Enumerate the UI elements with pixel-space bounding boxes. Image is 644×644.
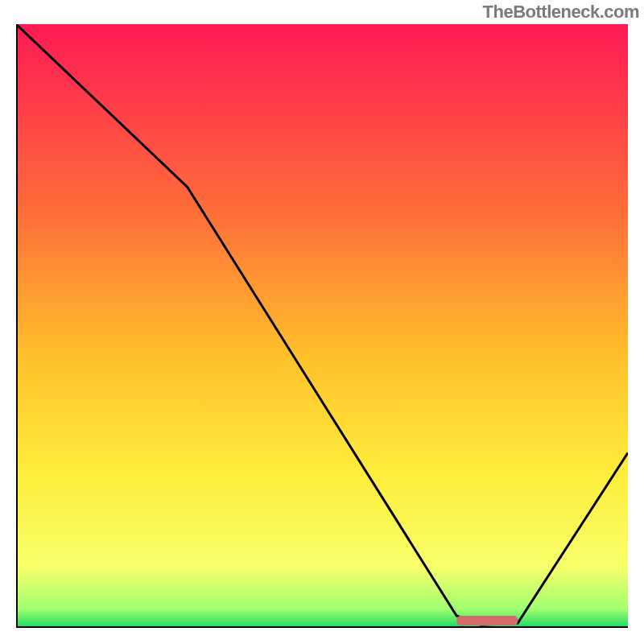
chart-container: TheBottleneck.com xyxy=(0,0,644,644)
optimum-marker xyxy=(456,616,518,625)
chart-svg xyxy=(16,24,628,628)
watermark-text: TheBottleneck.com xyxy=(483,2,639,23)
chart-background xyxy=(16,24,628,628)
chart-plot xyxy=(16,24,628,628)
